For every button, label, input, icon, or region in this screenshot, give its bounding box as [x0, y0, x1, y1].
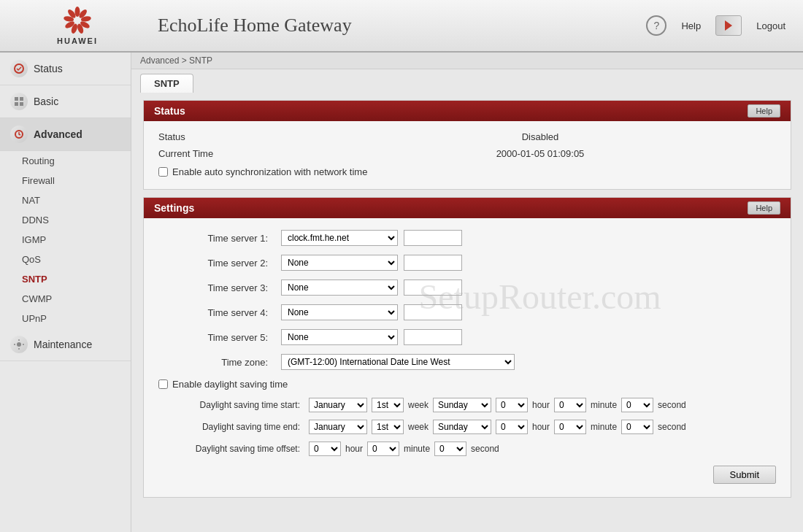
dst-end-hour-unit: hour — [532, 422, 550, 432]
time-server-4-input[interactable] — [404, 304, 462, 320]
page-title: EchoLife Home Gateway — [158, 15, 646, 36]
sidebar-item-maintenance[interactable]: Maintenance — [0, 328, 131, 361]
time-server-5-input[interactable] — [404, 329, 462, 345]
sidebar-label-status: Status — [34, 63, 63, 74]
time-server-5-select[interactable]: Noneclock.fmt.he.net — [281, 329, 398, 345]
dst-end-week-unit: week — [408, 422, 429, 432]
tab-sntp[interactable]: SNTP — [140, 74, 193, 93]
dst-start-weekday-select[interactable]: SundayMondayTuesdayWednesday ThursdayFri… — [433, 398, 491, 412]
time-server-4-select[interactable]: Noneclock.fmt.he.net — [281, 304, 398, 320]
auto-sync-label: Enable auto synchronization with network… — [172, 166, 367, 177]
logo-area: HUAWEI — [12, 6, 143, 45]
time-server-3-select[interactable]: Noneclock.fmt.he.net — [281, 280, 398, 296]
dst-end-month-select[interactable]: JanuaryFebruaryMarchApril MayJuneJulyAug… — [309, 420, 367, 434]
submit-row: Submit — [144, 460, 791, 490]
huawei-logo-icon — [55, 6, 99, 35]
sidebar-item-upnp[interactable]: UPnP — [0, 309, 131, 328]
sidebar-item-advanced[interactable]: Advanced — [0, 118, 131, 151]
nav-section: Status Basic Advanced Routing Firewall — [0, 53, 131, 361]
sidebar-label-basic: Basic — [34, 96, 58, 107]
svg-point-15 — [17, 342, 21, 347]
svg-rect-13 — [20, 102, 23, 106]
dst-end-hour-select[interactable]: 01234 — [496, 420, 528, 434]
time-server-2-label: Time server 2: — [158, 258, 275, 269]
dst-checkbox[interactable] — [158, 379, 168, 389]
sidebar-label-advanced: Advanced — [34, 128, 82, 140]
status-panel-title: Status — [154, 105, 185, 117]
sidebar-item-routing[interactable]: Routing — [0, 151, 131, 171]
time-server-2-select[interactable]: Noneclock.fmt.he.net — [281, 255, 398, 271]
sidebar: Status Basic Advanced Routing Firewall — [0, 53, 131, 532]
dst-start-second-select[interactable]: 0153045 — [621, 398, 653, 412]
title-area: EchoLife Home Gateway — [143, 15, 646, 36]
dst-end-minute-select[interactable]: 0153045 — [554, 420, 586, 434]
sidebar-item-basic[interactable]: Basic — [0, 85, 131, 118]
sidebar-item-status[interactable]: Status — [0, 53, 131, 85]
logout-button[interactable]: Logout — [750, 18, 791, 34]
breadcrumb: Advanced > SNTP — [131, 53, 803, 69]
dst-start-label: Daylight saving time start: — [158, 400, 304, 410]
advanced-nav-icon — [10, 126, 28, 143]
dst-end-week-num-select[interactable]: 1st2nd3rd4th5thLast — [372, 420, 404, 434]
dst-offset-hour-val-select[interactable]: 012 — [309, 442, 341, 456]
settings-panel-body: Time server 1: clock.fmt.he.netNone Time… — [144, 218, 791, 497]
settings-panel-header: Settings Help — [144, 198, 791, 218]
sidebar-item-firewall[interactable]: Firewall — [0, 171, 131, 190]
status-value: Disabled — [304, 131, 776, 142]
current-time-row: Current Time 2000-01-05 01:09:05 — [144, 145, 791, 162]
status-panel-help-button[interactable]: Help — [748, 104, 780, 117]
auto-sync-row: Enable auto synchronization with network… — [144, 162, 791, 182]
sub-nav: Routing Firewall NAT DDNS IGMP QoS SNTP … — [0, 151, 131, 328]
dst-offset-minute-unit: minute — [404, 444, 430, 454]
header: HUAWEI EchoLife Home Gateway ? Help Logo… — [0, 0, 803, 53]
logout-icon — [715, 15, 742, 36]
sidebar-item-cwmp[interactable]: CWMP — [0, 289, 131, 309]
time-server-2-input[interactable] — [404, 255, 462, 271]
status-panel-body: Status Disabled Current Time 2000-01-05 … — [144, 121, 791, 189]
timezone-row: Time zone: (GMT-12:00) International Dat… — [144, 350, 791, 374]
sidebar-item-ddns[interactable]: DDNS — [0, 210, 131, 230]
dst-offset-second-val-select[interactable]: 0153045 — [434, 442, 466, 456]
dst-offset-minute-val-select[interactable]: 0153045 — [367, 442, 399, 456]
submit-button[interactable]: Submit — [713, 466, 776, 484]
svg-point-0 — [75, 7, 80, 17]
dst-start-hour-select[interactable]: 01234 — [496, 398, 528, 412]
time-server-4-row: Time server 4: Noneclock.fmt.he.net — [144, 300, 791, 325]
dst-offset-label: Daylight saving time offset: — [158, 444, 304, 454]
timezone-select[interactable]: (GMT-12:00) International Date Line West… — [281, 354, 515, 370]
dst-start-week-num-select[interactable]: 1st2nd3rd4th5thLast — [372, 398, 404, 412]
dst-start-second-unit: second — [658, 400, 686, 410]
basic-nav-icon — [10, 93, 28, 110]
sidebar-item-nat[interactable]: NAT — [0, 190, 131, 210]
time-server-3-input[interactable] — [404, 280, 462, 296]
dst-end-row: Daylight saving time end: JanuaryFebruar… — [144, 416, 791, 438]
sidebar-item-qos[interactable]: QoS — [0, 250, 131, 269]
svg-rect-10 — [15, 97, 18, 101]
content-area: Advanced > SNTP SNTP Status Help Status … — [131, 53, 803, 532]
sidebar-item-sntp[interactable]: SNTP — [0, 269, 131, 289]
dst-checkbox-label: Enable daylight saving time — [172, 379, 288, 390]
dst-start-hour-unit: hour — [532, 400, 550, 410]
dst-end-weekday-select[interactable]: SundayMondayTuesdayWednesday ThursdayFri… — [433, 420, 491, 434]
help-button[interactable]: Help — [675, 18, 707, 34]
tab-bar: SNTP — [131, 69, 803, 93]
sidebar-item-igmp[interactable]: IGMP — [0, 230, 131, 250]
time-server-3-row: Time server 3: Noneclock.fmt.he.net — [144, 275, 791, 300]
dst-end-second-select[interactable]: 0153045 — [621, 420, 653, 434]
status-label: Status — [158, 131, 304, 142]
time-server-1-select[interactable]: clock.fmt.he.netNone — [281, 230, 398, 246]
dst-start-week-unit: week — [408, 400, 429, 410]
dst-end-minute-unit: minute — [591, 422, 617, 432]
status-nav-icon — [10, 60, 28, 77]
dst-start-minute-select[interactable]: 0153045 — [554, 398, 586, 412]
time-server-2-row: Time server 2: Noneclock.fmt.he.net — [144, 250, 791, 275]
dst-start-month-select[interactable]: JanuaryFebruaryMarchApril MayJuneJulyAug… — [309, 398, 367, 412]
auto-sync-checkbox[interactable] — [158, 167, 168, 177]
dst-start-minute-unit: minute — [591, 400, 617, 410]
time-server-4-label: Time server 4: — [158, 307, 275, 318]
settings-panel-help-button[interactable]: Help — [748, 201, 780, 215]
status-panel: Status Help Status Disabled Current Time… — [143, 100, 791, 190]
svg-rect-11 — [20, 97, 23, 101]
time-server-1-input[interactable] — [404, 230, 462, 246]
timezone-label: Time zone: — [158, 357, 275, 368]
